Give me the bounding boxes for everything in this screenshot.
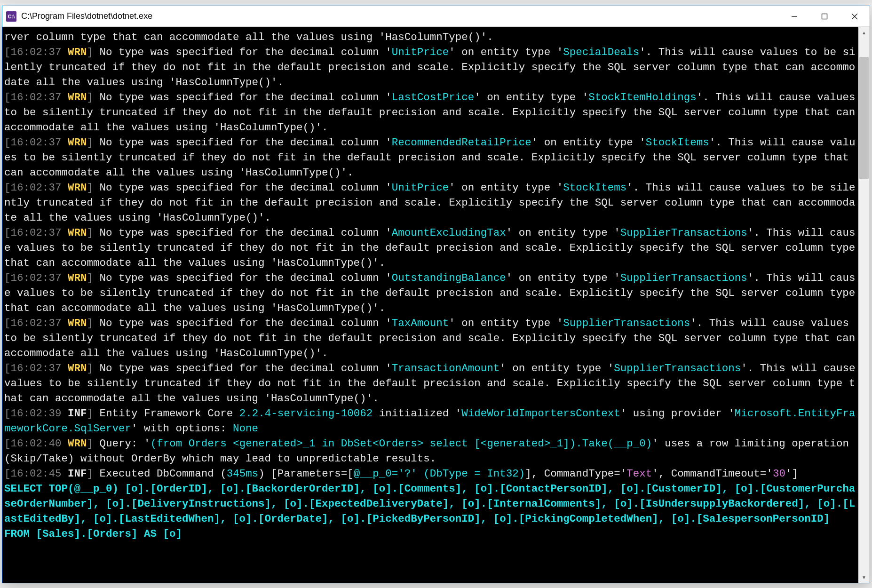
maximize-button[interactable]	[809, 6, 840, 26]
minimize-button[interactable]	[779, 6, 809, 26]
ide-menubar-background	[0, 0, 872, 2]
scroll-thumb[interactable]	[859, 57, 869, 179]
close-button[interactable]	[840, 6, 870, 26]
vertical-scrollbar[interactable]: ▲ ▼	[858, 27, 870, 583]
window-title: C:\Program Files\dotnet\dotnet.exe	[21, 11, 779, 21]
scroll-down-arrow[interactable]: ▼	[858, 572, 870, 583]
console-window: C:\ C:\Program Files\dotnet\dotnet.exe r…	[2, 6, 870, 583]
window-controls	[779, 6, 870, 26]
console-app-icon: C:\	[6, 11, 16, 22]
svg-rect-1	[822, 14, 827, 19]
titlebar[interactable]: C:\ C:\Program Files\dotnet\dotnet.exe	[2, 6, 870, 27]
scroll-track[interactable]	[858, 38, 870, 572]
console-output[interactable]: rver column type that can accommodate al…	[2, 27, 858, 583]
scroll-up-arrow[interactable]: ▲	[858, 27, 870, 38]
console-body: rver column type that can accommodate al…	[2, 27, 870, 583]
